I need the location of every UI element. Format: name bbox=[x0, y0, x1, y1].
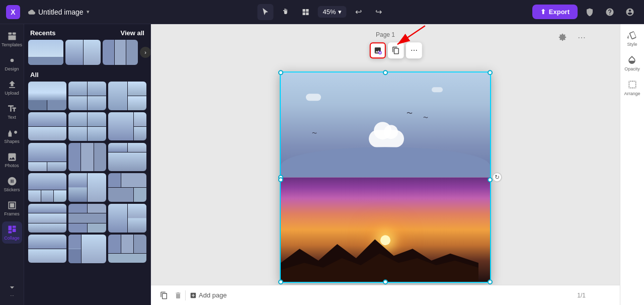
collage-template-12[interactable] bbox=[108, 173, 146, 202]
add-image-button[interactable] bbox=[370, 42, 386, 58]
file-title[interactable]: Untitled image ▾ bbox=[28, 8, 90, 16]
collage-template-5[interactable] bbox=[68, 112, 107, 141]
svg-rect-1 bbox=[306, 9, 308, 12]
hand-tool-button[interactable] bbox=[277, 4, 293, 20]
collage-top-image[interactable]: 〜 〜 〜 bbox=[281, 72, 490, 177]
sidebar-item-design[interactable]: Design bbox=[2, 52, 22, 74]
arrange-icon bbox=[627, 80, 637, 90]
sidebar-item-more[interactable]: ⋯ bbox=[2, 279, 22, 301]
collage-bottom-image[interactable] bbox=[281, 177, 490, 282]
svg-point-7 bbox=[10, 59, 14, 62]
collage-template-4[interactable] bbox=[28, 112, 66, 141]
more-options-button[interactable]: ⋯ bbox=[406, 42, 422, 58]
shield-button[interactable] bbox=[582, 4, 598, 20]
sidebar-item-shapes-label: Shapes bbox=[4, 139, 20, 144]
file-name: Untitled image bbox=[38, 8, 84, 16]
resize-handle-br[interactable] bbox=[488, 279, 493, 284]
view-all-link[interactable]: View all bbox=[121, 29, 144, 37]
right-panel-style[interactable]: Style bbox=[627, 30, 637, 47]
canvas-delete-button[interactable] bbox=[171, 288, 185, 302]
sidebar-item-templates-label: Templates bbox=[2, 42, 22, 47]
collage-template-13[interactable] bbox=[28, 204, 66, 233]
topbar-right: ⬆ Export bbox=[532, 4, 638, 20]
recents-next-button[interactable]: › bbox=[140, 47, 151, 58]
collage-template-15[interactable] bbox=[108, 204, 146, 233]
sidebar-item-frames[interactable]: Frames bbox=[2, 197, 22, 219]
sidebar-item-stickers-label: Stickers bbox=[4, 187, 20, 192]
collage-template-7[interactable] bbox=[28, 143, 66, 172]
resize-handle-tl[interactable] bbox=[278, 70, 283, 75]
collage-template-3[interactable] bbox=[108, 82, 146, 110]
hill-decoration bbox=[281, 147, 490, 177]
collage-template-8[interactable] bbox=[68, 143, 107, 172]
collage-template-10[interactable] bbox=[28, 173, 66, 202]
cloud-decoration-2 bbox=[432, 87, 443, 92]
layout-icon bbox=[301, 8, 309, 16]
resize-handle-tm[interactable] bbox=[383, 70, 388, 75]
sidebar-item-photos[interactable]: Photos bbox=[2, 149, 22, 171]
divider-handle-left[interactable] bbox=[278, 177, 283, 182]
export-button[interactable]: ⬆ Export bbox=[532, 5, 578, 19]
undo-button[interactable]: ↩ bbox=[351, 4, 367, 20]
rotate-handle[interactable]: ↻ bbox=[492, 172, 502, 182]
sidebar-item-frames-label: Frames bbox=[4, 211, 20, 216]
canvas-area: Page 1 ⋯ 〜 〜 〜 bbox=[151, 24, 620, 305]
sidebar-item-collage-label: Collage bbox=[4, 236, 20, 241]
canvas-bottom-bar: Add page 1/1 bbox=[151, 285, 620, 305]
more-icon bbox=[7, 282, 17, 292]
resize-handle-bl[interactable] bbox=[278, 279, 283, 284]
page-counter: 1/1 bbox=[577, 292, 586, 299]
collage-template-9[interactable] bbox=[108, 143, 146, 172]
zoom-button[interactable]: 45% ▾ bbox=[317, 6, 346, 18]
svg-rect-0 bbox=[302, 9, 305, 12]
sidebar-item-upload[interactable]: Upload bbox=[2, 77, 22, 99]
sidebar-item-text[interactable]: Text bbox=[2, 101, 22, 123]
help-button[interactable] bbox=[602, 4, 618, 20]
duplicate-element-button[interactable] bbox=[388, 42, 404, 58]
collage-template-6[interactable] bbox=[108, 112, 146, 141]
resize-handle-bm[interactable] bbox=[383, 279, 388, 284]
collage-template-16[interactable] bbox=[28, 235, 66, 263]
recent-thumb-1[interactable] bbox=[28, 40, 63, 65]
select-tool-button[interactable] bbox=[257, 4, 273, 20]
collage-template-14[interactable] bbox=[68, 204, 107, 233]
sidebar-item-photos-label: Photos bbox=[5, 163, 19, 168]
recent-thumb-2[interactable] bbox=[65, 40, 101, 65]
sidebar-item-collage[interactable]: Collage bbox=[2, 221, 22, 244]
redo-icon: ↪ bbox=[375, 7, 382, 17]
canvas-settings-button[interactable] bbox=[554, 29, 571, 45]
right-panel-arrange[interactable]: Arrange bbox=[624, 80, 640, 96]
arrange-label: Arrange bbox=[624, 91, 640, 96]
collage-template-1[interactable] bbox=[28, 82, 66, 110]
sidebar-item-templates[interactable]: Templates bbox=[2, 28, 22, 50]
canvas-more-button[interactable]: ⋯ bbox=[574, 29, 590, 45]
upload-icon bbox=[7, 80, 17, 90]
recents-header: Recents View all bbox=[24, 24, 150, 40]
layout-tool-button[interactable] bbox=[297, 4, 313, 20]
canvas-duplicate-button[interactable] bbox=[157, 288, 171, 302]
collage-frame[interactable]: 〜 〜 〜 bbox=[280, 71, 491, 283]
cursor-icon bbox=[261, 8, 269, 16]
export-up-icon: ⬆ bbox=[540, 8, 546, 16]
redo-button[interactable]: ↪ bbox=[371, 4, 387, 20]
sidebar-item-stickers[interactable]: Stickers bbox=[2, 173, 22, 195]
collage-template-17[interactable] bbox=[68, 235, 107, 263]
collage-template-18[interactable] bbox=[108, 235, 146, 263]
all-label: All bbox=[24, 69, 150, 82]
add-page-button[interactable]: Add page bbox=[186, 289, 231, 301]
photos-icon bbox=[7, 152, 17, 162]
mountain-silhouette-decoration bbox=[281, 235, 478, 282]
collage-template-11[interactable] bbox=[68, 173, 107, 202]
sidebar-item-shapes[interactable]: Shapes bbox=[2, 125, 22, 147]
collage-template-2[interactable] bbox=[68, 82, 107, 110]
stickers-icon bbox=[7, 176, 17, 186]
svg-line-10 bbox=[397, 26, 425, 44]
opacity-label: Opacity bbox=[624, 66, 640, 71]
account-button[interactable] bbox=[622, 4, 638, 20]
resize-handle-tr[interactable] bbox=[488, 70, 493, 75]
app-logo[interactable]: X bbox=[6, 5, 20, 19]
templates-icon bbox=[7, 31, 17, 41]
recent-thumb-3[interactable] bbox=[103, 40, 138, 65]
right-panel-opacity[interactable]: Opacity bbox=[624, 55, 640, 71]
collage-grid bbox=[24, 82, 150, 263]
